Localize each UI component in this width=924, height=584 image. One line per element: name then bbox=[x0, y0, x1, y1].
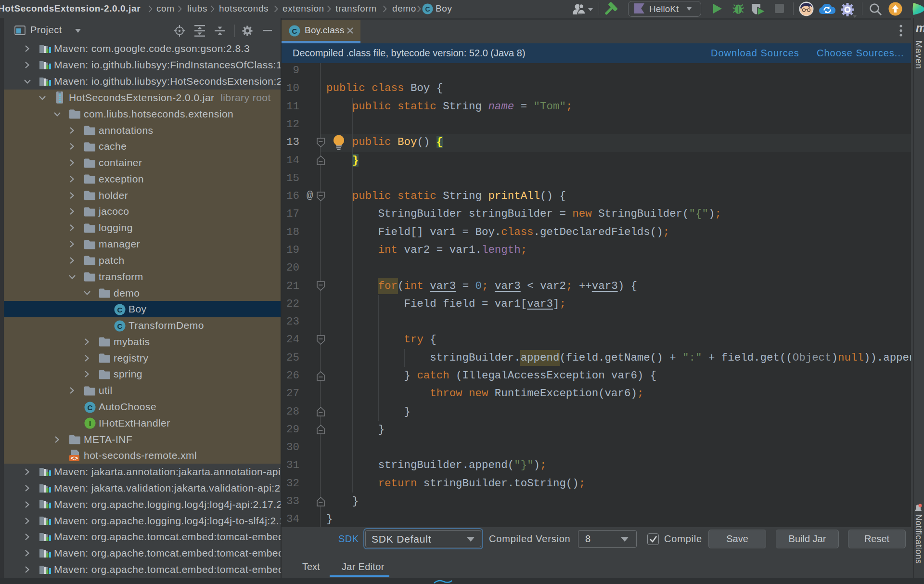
svg-text:C: C bbox=[292, 27, 297, 35]
svg-text:C: C bbox=[88, 403, 93, 412]
svg-text:C: C bbox=[117, 322, 123, 330]
svg-text:I: I bbox=[89, 419, 91, 428]
svg-text:C: C bbox=[425, 5, 430, 13]
svg-text:<>: <> bbox=[71, 455, 78, 462]
svg-text:C: C bbox=[117, 306, 123, 314]
